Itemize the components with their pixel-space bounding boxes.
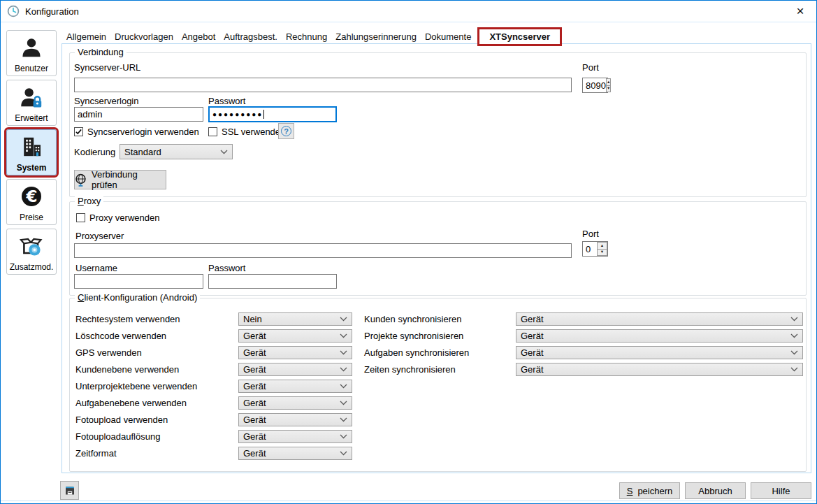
config-row-label: GPS verwenden	[75, 347, 238, 358]
tab-allgemein[interactable]: Allgemein	[62, 29, 110, 44]
syncserverlogin-verwenden-checkbox[interactable]: Syncserverlogin verwenden	[74, 127, 199, 137]
abbruch-button[interactable]: Abbruch	[685, 482, 746, 499]
sidebar-item-label: Erweitert	[15, 113, 48, 123]
proxy-passwort-label: Passwort	[208, 263, 245, 273]
config-row-kunden-synchronisieren: Kunden synchronisierenGerät	[364, 312, 803, 326]
spinner-buttons: ▲ ▼	[597, 242, 607, 256]
config-row-label: Kunden synchronisieren	[364, 314, 516, 324]
chevron-down-icon	[340, 384, 347, 389]
client-config-right-column: Kunden synchronisierenGerätProjekte sync…	[364, 312, 803, 380]
passwort-input[interactable]: ●●●●●●●●●	[208, 106, 337, 122]
dropdown-value: Gerät	[521, 331, 544, 341]
help-button[interactable]: ?	[278, 123, 294, 139]
config-row-fotoupload-verwenden: Fotoupload verwendenGerät	[75, 413, 352, 426]
dropdown-value: Gerät	[243, 364, 266, 375]
dropdown-value: Gerät	[243, 415, 266, 425]
config-row-label: Kundenebene verwenden	[75, 364, 238, 375]
save-icon-button[interactable]	[60, 481, 79, 500]
gps-verwenden-dropdown[interactable]: Gerät	[238, 346, 352, 359]
speichern-button[interactable]: Speichern	[619, 482, 680, 499]
verbindung-pruefen-button[interactable]: Verbindung prüfen	[74, 170, 166, 189]
syncserverlogin-input[interactable]: admin	[74, 107, 203, 122]
unterprojektebene-verwenden-dropdown[interactable]: Gerät	[238, 380, 352, 393]
proxy-port-spinner[interactable]: 0 ▲ ▼	[582, 241, 608, 257]
config-row-label: Aufgabenebene verwenden	[75, 398, 238, 408]
proxy-port-label: Port	[582, 229, 599, 239]
fotouploadaufl-sung-dropdown[interactable]: Gerät	[238, 430, 352, 443]
building-icon	[7, 130, 56, 163]
fotoupload-verwenden-dropdown[interactable]: Gerät	[238, 413, 352, 426]
sidebar-item-label: Zusatzmod.	[10, 262, 54, 272]
tab-xtsyncserver[interactable]: XTSyncserver	[479, 29, 560, 44]
username-input[interactable]	[74, 274, 203, 289]
tab-auftragsbest[interactable]: Auftragsbest.	[219, 29, 282, 44]
aufgaben-synchronisieren-dropdown[interactable]: Gerät	[516, 346, 803, 359]
chevron-down-icon	[340, 434, 347, 439]
ssl-verwenden-checkbox[interactable]: SSL verwenden	[208, 127, 285, 137]
config-row-rechtesystem-verwenden: Rechtesystem verwendenNein	[75, 312, 352, 326]
tab-panel: Verbindung Syncserver-URL Port 8090 ▲ ▼ …	[62, 43, 811, 473]
tab-rechnung[interactable]: Rechnung	[282, 29, 331, 44]
proxyserver-label: Proxyserver	[75, 231, 124, 241]
proxy-passwort-input[interactable]	[208, 274, 337, 289]
kodierung-label: Kodierung	[74, 147, 115, 157]
checkbox-checked-icon	[74, 127, 83, 136]
sidebar: BenutzerErweitertSystem€PreiseZusatzmod.	[6, 30, 57, 275]
sidebar-item-zusatzmod[interactable]: Zusatzmod.	[6, 229, 57, 275]
chevron-down-icon	[790, 333, 798, 338]
config-row-fotouploadaufl-sung: FotouploadauflösungGerät	[75, 430, 352, 443]
dropdown-value: Gerät	[243, 448, 266, 459]
window-frame-line	[1, 501, 816, 501]
sidebar-item-system[interactable]: System	[6, 129, 57, 175]
proxy-verwenden-checkbox[interactable]: Proxy verwenden	[76, 213, 159, 223]
config-row-label: Löschcode verwenden	[75, 331, 238, 341]
dropdown-value: Gerät	[243, 347, 266, 358]
rechtesystem-verwenden-dropdown[interactable]: Nein	[238, 312, 352, 326]
chevron-down-icon	[340, 417, 347, 422]
proxyserver-input[interactable]	[74, 243, 572, 258]
zeitformat-dropdown[interactable]: Gerät	[238, 447, 352, 460]
kunden-synchronisieren-dropdown[interactable]: Gerät	[516, 312, 803, 326]
configuration-dialog: Konfiguration × BenutzerErweitertSystem€…	[0, 0, 817, 504]
euro-icon: €	[7, 180, 56, 213]
spin-down-icon[interactable]: ▼	[606, 86, 611, 93]
sidebar-item-label: Preise	[20, 213, 43, 222]
dropdown-value: Nein	[243, 314, 262, 324]
passwort-label: Passwort	[208, 96, 245, 106]
chevron-down-icon	[790, 317, 798, 322]
l-schcode-verwenden-dropdown[interactable]: Gerät	[238, 329, 352, 343]
kundenebene-verwenden-dropdown[interactable]: Gerät	[238, 363, 352, 376]
tab-zahlungserinnerung[interactable]: Zahlungserinnerung	[331, 29, 421, 44]
chevron-down-icon	[340, 317, 347, 322]
verbindung-group: Verbindung Syncserver-URL Port 8090 ▲ ▼ …	[69, 52, 807, 197]
syncserverlogin-label: Syncserverlogin	[74, 96, 139, 106]
tab-druckvorlagen[interactable]: Druckvorlagen	[110, 29, 178, 44]
config-row-label: Fotoupload verwenden	[75, 415, 238, 425]
syncserver-port-spinner[interactable]: 8090 ▲ ▼	[582, 78, 608, 93]
sidebar-item-erweitert[interactable]: Erweitert	[6, 80, 57, 126]
hilfe-button[interactable]: Hilfe	[751, 482, 811, 499]
config-row-projekte-synchronisieren: Projekte synchronisierenGerät	[364, 329, 803, 343]
aufgabenebene-verwenden-dropdown[interactable]: Gerät	[238, 396, 352, 410]
projekte-synchronisieren-dropdown[interactable]: Gerät	[516, 329, 803, 343]
zeiten-synchronisieren-dropdown[interactable]: Gerät	[516, 363, 803, 376]
spin-up-icon[interactable]: ▲	[606, 78, 611, 86]
dropdown-value: Gerät	[521, 364, 544, 375]
tab-angebot[interactable]: Angebot	[178, 29, 219, 44]
spin-up-icon[interactable]: ▲	[597, 242, 607, 250]
kodierung-dropdown[interactable]: Standard	[120, 144, 233, 159]
config-row-label: Aufgaben synchronisieren	[364, 347, 516, 358]
dropdown-value: Gerät	[243, 398, 266, 408]
syncserver-url-input[interactable]	[74, 78, 572, 92]
dropdown-value: Gerät	[243, 331, 266, 341]
dropdown-value: Gerät	[521, 347, 544, 358]
config-row-gps-verwenden: GPS verwendenGerät	[75, 346, 352, 359]
clock-app-icon	[7, 5, 20, 17]
close-button[interactable]: ×	[784, 1, 816, 22]
spin-down-icon[interactable]: ▼	[597, 250, 607, 257]
username-label: Username	[75, 263, 117, 273]
tab-dokumente[interactable]: Dokumente	[421, 29, 475, 44]
sidebar-item-preise[interactable]: €Preise	[6, 179, 57, 225]
sidebar-item-benutzer[interactable]: Benutzer	[6, 30, 57, 76]
client-konfiguration-group: Client-Konfiguration (Android) Rechtesys…	[69, 298, 807, 472]
